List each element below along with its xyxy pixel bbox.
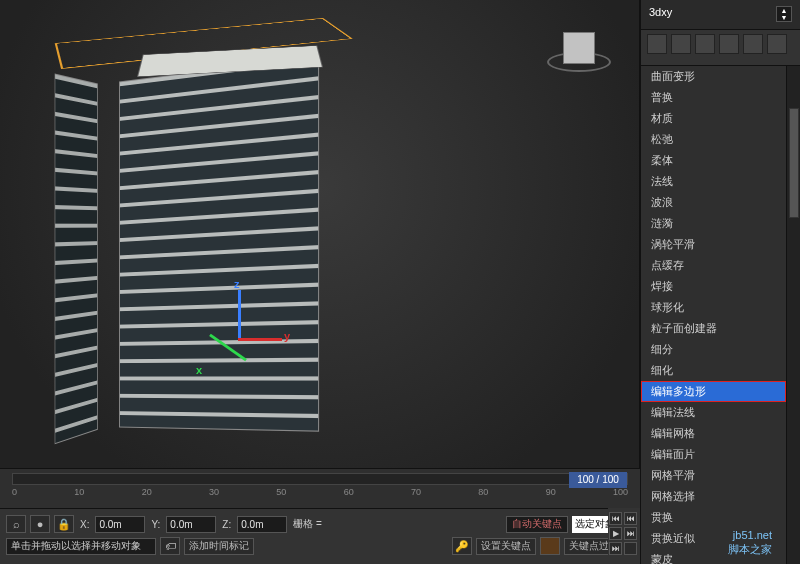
building-side-face [55,73,98,444]
title-spinner[interactable]: ▲ ▼ [776,6,792,22]
play-extra-button[interactable] [624,542,637,555]
modifier-item[interactable]: 编辑多边形 [641,381,786,402]
modifier-item[interactable]: 编辑面片 [641,444,786,465]
panel-toolbar [641,30,800,66]
timeline[interactable]: 100 / 100 01020305060708090100 [0,468,640,508]
play-start-button[interactable]: ⏮ [609,512,622,525]
y-label: Y: [149,519,162,530]
tag-icon[interactable]: 🏷 [160,537,180,555]
modifier-item[interactable]: 编辑网格 [641,423,786,444]
play-button[interactable]: ▶ [609,527,622,540]
set-keyframe-button[interactable]: 设置关键点 [476,538,536,555]
playback-controls: ⏮ ⏮ ▶ ⏭ ⏭ [608,508,640,564]
toolbar-button-4[interactable] [719,34,739,54]
modifier-item[interactable]: 细化 [641,360,786,381]
modifier-list[interactable]: 曲面变形普换材质松弛柔体法线波浪涟漪涡轮平滑点缓存焊接球形化粒子面创建器细分细化… [641,66,786,564]
tick-label: 20 [142,487,152,497]
axis-x-label: x [196,364,202,376]
tick-label: 10 [74,487,84,497]
modifier-item[interactable]: 普换 [641,87,786,108]
modifier-item[interactable]: 点缓存 [641,255,786,276]
play-prev-button[interactable]: ⏮ [624,512,637,525]
lock-icon[interactable]: 🔒 [54,515,74,533]
axis-y-label: y [284,330,290,342]
status-bar: ⌕ ● 🔒 X: 0.0m Y: 0.0m Z: 0.0m 栅格 = 自动关键点… [0,508,640,564]
modifier-item[interactable]: 细分 [641,339,786,360]
add-time-tag-button[interactable]: 添加时间标记 [184,538,254,555]
modifier-item[interactable]: 涟漪 [641,213,786,234]
timeline-ticks: 01020305060708090100 [0,485,640,499]
modifier-item[interactable]: 粒子面创建器 [641,318,786,339]
model-building[interactable] [80,33,330,446]
x-field[interactable]: 0.0m [95,516,145,533]
spinner-up-icon: ▲ [781,7,788,14]
modifier-item[interactable]: 焊接 [641,276,786,297]
tick-label: 30 [209,487,219,497]
scrollbar-thumb[interactable] [789,108,799,218]
modifier-item[interactable]: 网格平滑 [641,465,786,486]
tick-label: 50 [276,487,286,497]
modifier-scrollbar[interactable] [786,66,800,564]
modifier-item[interactable]: 柔体 [641,150,786,171]
modifier-panel-title-row: 3dxy ▲ ▼ [641,0,800,30]
tick-label: 70 [411,487,421,497]
toolbar-button-2[interactable] [671,34,691,54]
bulb-icon[interactable]: ● [30,515,50,533]
modifier-item[interactable]: 曲面变形 [641,66,786,87]
axis-y[interactable] [238,338,282,341]
tick-label: 100 [613,487,628,497]
tick-label: 90 [546,487,556,497]
timeline-frame-indicator[interactable]: 100 / 100 [569,472,627,488]
modifier-item[interactable]: 贯换近似 [641,528,786,549]
axis-z[interactable] [238,290,241,340]
autokey-button[interactable]: 自动关键点 [506,516,568,533]
panel-title: 3dxy [649,6,672,18]
modifier-item[interactable]: 松弛 [641,129,786,150]
modifier-item[interactable]: 贯换 [641,507,786,528]
viewcube-cube[interactable] [563,32,595,64]
search-icon[interactable]: ⌕ [6,515,26,533]
modifier-item[interactable]: 材质 [641,108,786,129]
tick-label: 60 [344,487,354,497]
modifier-item[interactable]: 编辑法线 [641,402,786,423]
modifier-panel: 3dxy ▲ ▼ 曲面变形普换材质松弛柔体法线波浪涟漪涡轮平滑点缓存焊接球形化粒… [640,0,800,564]
x-label: X: [78,519,91,530]
z-field[interactable]: 0.0m [237,516,287,533]
modifier-item[interactable]: 波浪 [641,192,786,213]
hint-field: 单击并拖动以选择并移动对象 [6,538,156,555]
modifier-item[interactable]: 球形化 [641,297,786,318]
tick-label: 80 [478,487,488,497]
toolbar-button-1[interactable] [647,34,667,54]
viewcube[interactable] [547,16,611,80]
axis-z-label: z [234,278,240,290]
timeline-scrub[interactable]: 100 / 100 [12,473,628,485]
play-next-button[interactable]: ⏭ [624,527,637,540]
modifier-item[interactable]: 蒙皮 [641,549,786,564]
key-icon[interactable]: 🔑 [452,537,472,555]
toolbar-button-5[interactable] [743,34,763,54]
spinner-down-icon: ▼ [781,14,788,21]
key-filter-icon[interactable] [540,537,560,555]
z-label: Z: [220,519,233,530]
toolbar-button-3[interactable] [695,34,715,54]
modifier-item[interactable]: 网格选择 [641,486,786,507]
transform-gizmo[interactable]: x y z [210,320,270,380]
grid-label: 栅格 = [291,517,324,531]
y-field[interactable]: 0.0m [166,516,216,533]
play-end-button[interactable]: ⏭ [609,542,622,555]
modifier-item[interactable]: 涡轮平滑 [641,234,786,255]
viewport[interactable]: x y z [0,0,640,468]
tick-label: 0 [12,487,17,497]
modifier-item[interactable]: 法线 [641,171,786,192]
toolbar-button-6[interactable] [767,34,787,54]
